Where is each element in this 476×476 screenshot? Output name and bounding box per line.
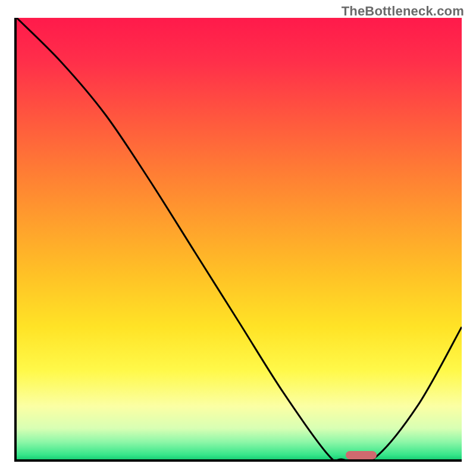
chart-container: TheBottleneck.com [0,0,476,476]
watermark-text: TheBottleneck.com [342,4,464,19]
plot-area [14,18,462,462]
bottleneck-line [17,18,462,459]
optimal-marker-icon [346,451,377,459]
